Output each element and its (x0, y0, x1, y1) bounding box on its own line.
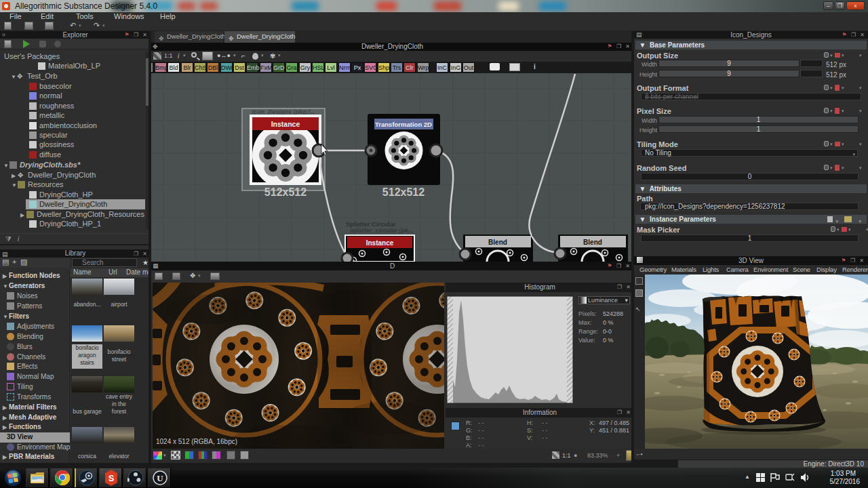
svg-text:512x512: 512x512 (382, 186, 425, 198)
svg-text:S: S (108, 473, 115, 483)
svg-text:Transformation 2D: Transformation 2D (375, 121, 432, 128)
svg-text:splatter_circular (pk...: splatter_circular (pk... (350, 227, 414, 234)
svg-text:Instance: Instance (366, 239, 394, 247)
svg-text:Blend: Blend (488, 239, 507, 246)
svg-text:U: U (157, 473, 163, 483)
svg-text:Instance: Instance (271, 120, 300, 128)
svg-text:Blend: Blend (583, 239, 602, 246)
svg-text:Icon_Designs (pkg:/...: Icon_Designs (pkg:/... (252, 108, 315, 115)
svg-text:512x512: 512x512 (264, 186, 307, 198)
